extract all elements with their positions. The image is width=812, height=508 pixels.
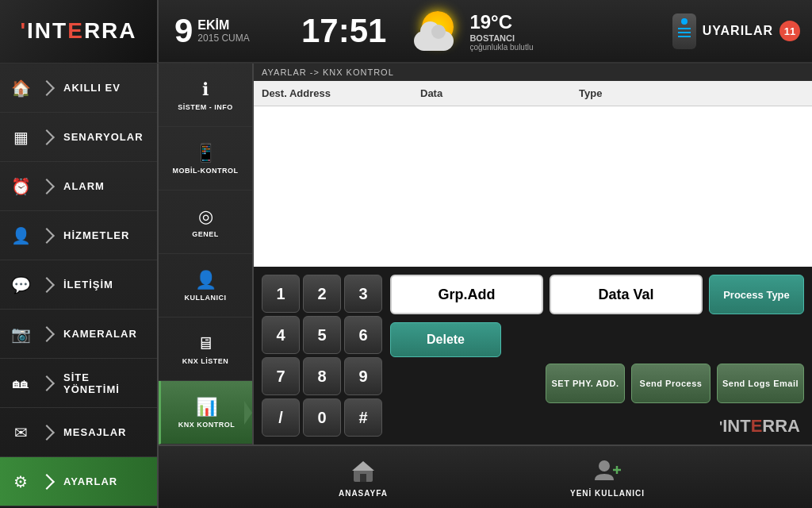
weather-icon bbox=[410, 7, 465, 55]
anasayfa-label: ANASAYFA bbox=[339, 489, 388, 498]
scenarios-icon: ▦ bbox=[8, 125, 33, 150]
key-1[interactable]: 1 bbox=[262, 275, 300, 313]
set-phy-add-button[interactable]: SET PHY. ADD. bbox=[546, 364, 625, 403]
svg-marker-2 bbox=[352, 461, 374, 471]
sidebar-item-alarm[interactable]: ⏰ ALARM bbox=[0, 162, 157, 211]
sidebar-label: ALARM bbox=[63, 180, 149, 192]
top-actions: Grp.Add Data Val Process Type bbox=[390, 275, 804, 314]
arrow-icon bbox=[39, 228, 55, 244]
key-9[interactable]: 9 bbox=[344, 357, 382, 395]
bottom-bar: ANASAYFA YENİ KULLANICI bbox=[159, 444, 812, 508]
action-buttons: Grp.Add Data Val Process Type Delete SET… bbox=[390, 275, 804, 403]
sidebar-item-ayarlar[interactable]: ⚙ AYARLAR bbox=[0, 457, 157, 506]
key-6[interactable]: 6 bbox=[344, 316, 382, 354]
sidebar-label: AYARLAR bbox=[63, 475, 149, 487]
interra-logo-bottom: 'INTERRA bbox=[719, 416, 800, 437]
sec-label: KNX KONTROL bbox=[178, 421, 236, 429]
home-bottom-icon bbox=[349, 456, 377, 485]
sec-item-kullanici[interactable]: 👤 KULLANICI bbox=[159, 254, 252, 318]
table-body bbox=[254, 106, 812, 267]
arrow-icon bbox=[39, 326, 55, 342]
svg-point-4 bbox=[599, 460, 610, 471]
sec-item-mobil-kontrol[interactable]: 📱 MOBİL-KONTROL bbox=[159, 127, 252, 190]
alarm-icon: ⏰ bbox=[8, 174, 33, 199]
monitor-icon: 🖥 bbox=[197, 333, 214, 354]
data-val-button[interactable]: Data Val bbox=[550, 275, 703, 314]
key-2[interactable]: 2 bbox=[303, 275, 341, 313]
keypad: 1 2 3 4 5 6 7 8 9 / 0 # bbox=[262, 275, 382, 437]
sidebar-item-site-yonetimi[interactable]: 🏘 SİTE YÖNETİMİ bbox=[0, 359, 157, 408]
sidebar-label: SİTE YÖNETİMİ bbox=[63, 371, 149, 395]
key-3[interactable]: 3 bbox=[344, 275, 382, 313]
sidebar-label: SENARYOLAR bbox=[63, 131, 149, 143]
sec-item-sistem-info[interactable]: ℹ SİSTEM - INFO bbox=[159, 64, 252, 127]
sidebar: 🏠 AKILLI EV ▦ SENARYOLAR ⏰ ALARM 👤 HİZME… bbox=[0, 64, 159, 508]
arrow-icon bbox=[39, 375, 55, 391]
table-header: Dest. Address Data Type bbox=[254, 81, 812, 106]
logo-area: 'INTERRA bbox=[0, 0, 159, 63]
weather-temp: 19°C bbox=[469, 11, 533, 33]
time-display: 17:51 bbox=[285, 12, 402, 50]
process-type-button[interactable]: Process Type bbox=[709, 275, 804, 314]
key-8[interactable]: 8 bbox=[303, 357, 341, 395]
chart-icon: 📊 bbox=[196, 397, 217, 418]
date-year-weekday: 2015 CUMA bbox=[197, 33, 249, 44]
sec-label: GENEL bbox=[192, 230, 219, 238]
new-user-icon bbox=[593, 456, 622, 485]
key-4[interactable]: 4 bbox=[262, 316, 300, 354]
sec-item-knx-listen[interactable]: 🖥 KNX LİSTEN bbox=[159, 318, 252, 381]
bottom-actions: SET PHY. ADD. Send Process Send Logs Ema… bbox=[390, 364, 804, 403]
weather-area: 19°C BOSTANCI çoğunlukla bulutlu bbox=[402, 7, 660, 55]
yeni-kullanici-button[interactable]: YENİ KULLANICI bbox=[568, 456, 647, 498]
date-area: 9 EKİM 2015 CUMA bbox=[159, 14, 285, 48]
sidebar-item-kameralar[interactable]: 📷 KAMERALAR bbox=[0, 310, 157, 359]
col-type: Type bbox=[579, 87, 737, 99]
settings-icon: ⚙ bbox=[8, 469, 33, 495]
secondary-sidebar: ℹ SİSTEM - INFO 📱 MOBİL-KONTROL ◎ GENEL … bbox=[159, 64, 254, 508]
top-bar: 'INTERRA 9 EKİM 2015 CUMA 17:51 19°C BOS… bbox=[0, 0, 812, 64]
camera-icon: 📷 bbox=[8, 321, 33, 347]
grp-add-button[interactable]: Grp.Add bbox=[390, 275, 543, 314]
warnings-area[interactable]: UYARILAR 11 bbox=[661, 13, 812, 49]
sidebar-label: AKILLI EV bbox=[63, 82, 149, 94]
sidebar-item-hizmetler[interactable]: 👤 HİZMETLER bbox=[0, 211, 157, 260]
send-logs-email-button[interactable]: Send Logs Email bbox=[717, 364, 804, 403]
sec-label: SİSTEM - INFO bbox=[178, 103, 233, 111]
delete-button[interactable]: Delete bbox=[390, 322, 501, 357]
yeni-kullanici-label: YENİ KULLANICI bbox=[570, 489, 645, 498]
arrow-icon bbox=[39, 474, 55, 490]
home-icon: 🏠 bbox=[8, 75, 33, 101]
sidebar-label: İLETİŞİM bbox=[63, 279, 149, 291]
sidebar-label: HİZMETLER bbox=[63, 229, 149, 241]
sidebar-item-iletisim[interactable]: 💬 İLETİŞİM bbox=[0, 260, 157, 310]
mobile-icon: 📱 bbox=[195, 143, 216, 164]
key-5[interactable]: 5 bbox=[303, 316, 341, 354]
user-icon: 👤 bbox=[195, 270, 216, 291]
sec-label: MOBİL-KONTROL bbox=[173, 167, 239, 175]
sidebar-label: KAMERALAR bbox=[63, 328, 149, 340]
breadcrumb: AYARLAR -> KNX KONTROL bbox=[254, 64, 812, 81]
arrow-icon bbox=[39, 129, 55, 145]
anasayfa-button[interactable]: ANASAYFA bbox=[324, 456, 403, 498]
sec-item-knx-kontrol[interactable]: 📊 KNX KONTROL bbox=[159, 381, 252, 444]
remote-icon bbox=[672, 13, 696, 49]
sec-item-genel[interactable]: ◎ GENEL bbox=[159, 190, 252, 254]
date-day: 9 bbox=[174, 14, 193, 48]
send-process-button[interactable]: Send Process bbox=[631, 364, 710, 403]
messages-icon: ✉ bbox=[8, 420, 33, 445]
sidebar-item-akilli-ev[interactable]: 🏠 AKILLI EV bbox=[0, 64, 157, 113]
sec-label: KNX LİSTEN bbox=[182, 357, 229, 365]
key-0[interactable]: 0 bbox=[303, 398, 341, 437]
services-icon: 👤 bbox=[8, 223, 33, 248]
sidebar-label: MESAJLAR bbox=[63, 426, 149, 438]
key-hash[interactable]: # bbox=[344, 398, 382, 437]
weather-desc: çoğunlukla bulutlu bbox=[469, 43, 533, 52]
col-dest-address: Dest. Address bbox=[262, 87, 420, 99]
key-7[interactable]: 7 bbox=[262, 357, 300, 395]
weather-info: 19°C BOSTANCI çoğunlukla bulutlu bbox=[469, 11, 533, 52]
sidebar-item-mesajlar[interactable]: ✉ MESAJLAR bbox=[0, 408, 157, 457]
key-slash[interactable]: / bbox=[262, 398, 300, 437]
general-icon: ◎ bbox=[198, 206, 213, 227]
sidebar-item-senaryolar[interactable]: ▦ SENARYOLAR bbox=[0, 113, 157, 162]
sec-label: KULLANICI bbox=[185, 294, 227, 302]
